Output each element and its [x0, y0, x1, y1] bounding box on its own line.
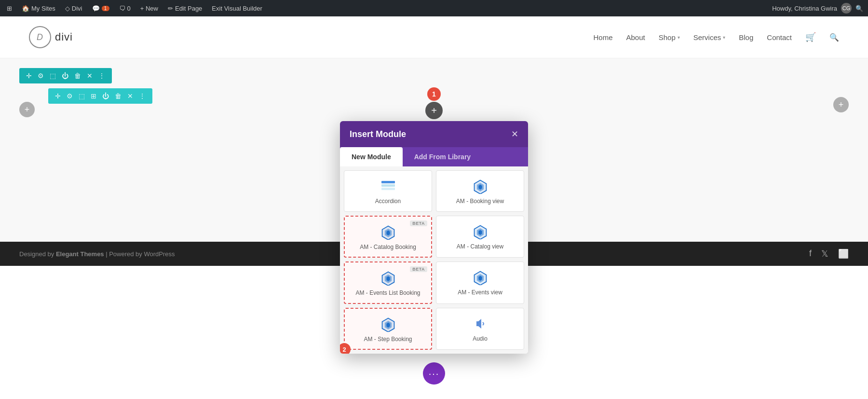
- row-toolbar-outer: ✛ ⚙ ⬚ ⏻ 🗑 ✕ ⋮: [19, 68, 112, 83]
- bubble-icon: 🗨: [119, 5, 125, 12]
- module-am-catalog-booking[interactable]: BETA AM - Catalog Booking: [344, 216, 432, 258]
- am-step-booking-icon: [380, 316, 396, 332]
- modal-body: Accordion AM - Booking view: [340, 166, 528, 354]
- enable-btn[interactable]: ⏻: [62, 72, 68, 80]
- am-events-list-icon: [380, 270, 396, 286]
- modal-header: Insert Module ✕: [340, 121, 528, 147]
- footer-text: Designed by Elegant Themes | Powered by …: [19, 250, 175, 258]
- nav-about[interactable]: About: [626, 33, 645, 41]
- col-settings-btn[interactable]: ⚙: [67, 92, 73, 100]
- am-catalog-view-icon: [473, 224, 488, 239]
- col-close-btn[interactable]: ✕: [127, 92, 133, 100]
- audio-icon: [473, 316, 488, 331]
- module-am-catalog-view-label: AM - Catalog view: [457, 243, 503, 251]
- twitter-icon[interactable]: 𝕏: [821, 248, 828, 259]
- svg-rect-0: [381, 181, 395, 183]
- accordion-icon: [380, 179, 396, 194]
- insert-module-modal: Insert Module ✕ New Module Add From Libr…: [340, 121, 528, 354]
- col-enable-btn[interactable]: ⏻: [102, 92, 109, 100]
- tab-new-module[interactable]: New Module: [340, 147, 403, 166]
- tab-add-from-library[interactable]: Add From Library: [403, 147, 482, 166]
- divi-link[interactable]: ◇ Divi: [63, 5, 84, 12]
- more-btn[interactable]: ⋮: [98, 72, 105, 80]
- module-am-step-booking[interactable]: 2 AM - Step Booking: [344, 308, 432, 350]
- chevron-down-icon: ▾: [723, 35, 725, 40]
- exit-builder-link[interactable]: Exit Visual Builder: [210, 5, 264, 12]
- module-audio[interactable]: Audio: [436, 308, 524, 350]
- col-more-btn[interactable]: ⋮: [139, 92, 146, 100]
- modal-close-button[interactable]: ✕: [511, 129, 518, 139]
- nav-home[interactable]: Home: [593, 33, 612, 41]
- module-am-step-booking-label: AM - Step Booking: [364, 336, 412, 344]
- comments-link[interactable]: 💬 1: [90, 5, 111, 12]
- wp-icon: ⊞: [7, 5, 12, 12]
- am-events-view-icon: [473, 270, 488, 285]
- module-am-events-list-label: AM - Events List Booking: [355, 289, 420, 297]
- modal-title: Insert Module: [350, 129, 406, 139]
- row-toolbar-inner: ✛ ⚙ ⬚ ⊞ ⏻ 🗑 ✕ ⋮: [48, 88, 152, 104]
- site-header: D divi Home About Shop ▾ Services ▾ Blog…: [0, 16, 868, 58]
- nav-blog[interactable]: Blog: [739, 33, 753, 41]
- edit-icon: ✏: [168, 5, 173, 12]
- module-accordion[interactable]: Accordion: [344, 170, 432, 212]
- module-am-booking-label: AM - Booking view: [456, 198, 504, 206]
- edit-page-link[interactable]: ✏ Edit Page: [166, 5, 204, 12]
- step-badge-1: 1: [427, 87, 441, 101]
- insert-module-button[interactable]: +: [425, 102, 443, 119]
- module-am-catalog-booking-label: AM - Catalog Booking: [360, 244, 416, 251]
- delete-btn[interactable]: 🗑: [74, 72, 81, 80]
- svg-marker-27: [476, 319, 481, 329]
- facebook-icon[interactable]: f: [809, 248, 812, 259]
- admin-bar: ⊞ 🏠 My Sites ◇ Divi 💬 1 🗨 0 + New ✏ Edit…: [0, 0, 868, 16]
- module-am-events-view-label: AM - Events view: [458, 289, 502, 297]
- chevron-down-icon: ▾: [678, 35, 680, 40]
- beta-badge-2: BETA: [410, 266, 427, 272]
- my-sites[interactable]: 🏠 My Sites: [20, 5, 57, 12]
- new-link[interactable]: + New: [138, 5, 160, 12]
- site-nav: Home About Shop ▾ Services ▾ Blog Contac…: [593, 32, 839, 42]
- comment-icon: 💬: [92, 5, 100, 12]
- cart-icon[interactable]: 🛒: [805, 32, 816, 42]
- nav-services[interactable]: Services ▾: [693, 33, 726, 41]
- svg-rect-2: [381, 188, 395, 190]
- module-am-events-list[interactable]: BETA AM - Events List Booking: [344, 261, 432, 304]
- col-table-btn[interactable]: ⊞: [91, 92, 96, 100]
- module-am-booking-view[interactable]: AM - Booking view: [436, 170, 524, 212]
- add-module-right[interactable]: +: [833, 97, 849, 112]
- nav-shop[interactable]: Shop ▾: [659, 33, 680, 41]
- sites-icon: 🏠: [22, 5, 29, 12]
- modal-tabs: New Module Add From Library: [340, 147, 528, 166]
- logo-circle: D: [29, 26, 51, 48]
- step-badge-2: 2: [340, 343, 351, 354]
- module-accordion-label: Accordion: [375, 198, 401, 206]
- nav-contact[interactable]: Contact: [767, 33, 792, 41]
- admin-bar-right: Howdy, Christina Gwira CG 🔍: [772, 3, 863, 14]
- instagram-icon[interactable]: ⬜: [838, 248, 849, 259]
- avatar: CG: [841, 3, 852, 14]
- add-module-left[interactable]: +: [19, 102, 35, 117]
- bubbles-link[interactable]: 🗨 0: [117, 5, 133, 12]
- site-logo: D divi: [29, 26, 73, 48]
- wp-logo[interactable]: ⊞: [5, 5, 14, 12]
- layout-btn[interactable]: ⬚: [50, 72, 56, 80]
- site-wrapper: D divi Home About Shop ▾ Services ▾ Blog…: [0, 16, 868, 399]
- beta-badge: BETA: [410, 220, 427, 226]
- am-booking-view-icon: [473, 179, 488, 194]
- module-am-catalog-view[interactable]: AM - Catalog view: [436, 216, 524, 258]
- add-row-btn[interactable]: ✛: [26, 72, 32, 80]
- divi-icon: ◇: [65, 5, 70, 12]
- module-audio-label: Audio: [473, 335, 488, 343]
- bottom-fab-button[interactable]: ···: [423, 362, 445, 385]
- svg-rect-1: [381, 184, 395, 187]
- col-delete-btn[interactable]: 🗑: [115, 92, 122, 100]
- close-btn[interactable]: ✕: [87, 72, 93, 80]
- col-layout-btn[interactable]: ⬚: [79, 92, 85, 100]
- builder-area: ✛ ⚙ ⬚ ⏻ 🗑 ✕ ⋮ ✛ ⚙ ⬚ ⊞ ⏻ 🗑 ✕ ⋮ + 1 + +: [0, 58, 868, 242]
- add-col-btn[interactable]: ✛: [55, 92, 61, 100]
- social-links: f 𝕏 ⬜: [809, 248, 849, 259]
- search-icon[interactable]: 🔍: [855, 5, 863, 12]
- search-icon[interactable]: 🔍: [829, 33, 839, 42]
- settings-btn[interactable]: ⚙: [38, 72, 44, 80]
- am-catalog-booking-icon: [380, 224, 396, 240]
- module-am-events-view[interactable]: AM - Events view: [436, 261, 524, 304]
